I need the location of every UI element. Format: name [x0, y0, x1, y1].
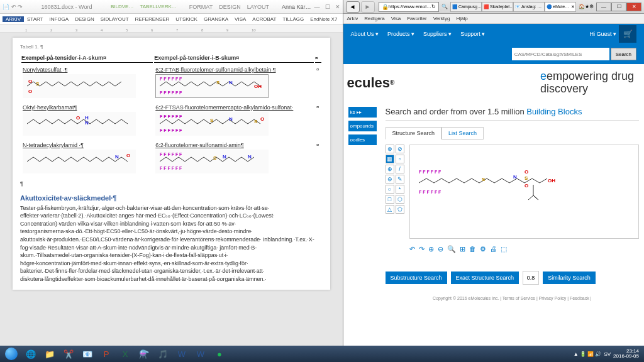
tab-arkiv[interactable]: ARKIV	[3, 16, 24, 22]
tool-13[interactable]: ⬠	[396, 205, 404, 214]
taskbar-ie[interactable]: 🌐	[21, 347, 40, 361]
label-a0[interactable]: Nonylvätesulfat ·¶	[23, 67, 67, 73]
mini-1[interactable]: ↷	[419, 245, 425, 253]
forward-button[interactable]: ►	[361, 1, 375, 13]
tool-4[interactable]: ⊕	[386, 165, 394, 173]
tool-8[interactable]: ○	[386, 185, 394, 194]
mini-0[interactable]: ↶	[409, 245, 415, 253]
menu-redigera[interactable]: Redigera	[364, 16, 384, 21]
tab-2[interactable]: 📧Anslag: …	[513, 2, 545, 12]
taskbar-word2[interactable]: W	[191, 347, 210, 361]
tab-start[interactable]: START	[24, 16, 46, 22]
taskbar-explorer[interactable]: 📁	[40, 347, 59, 361]
tab-utskick[interactable]: UTSKICK	[172, 16, 201, 22]
menu-verktyg[interactable]: Verktyg	[433, 16, 450, 21]
nav-suppliers[interactable]: Suppliers ▾	[423, 31, 452, 37]
body-paragraph[interactable]: Tester·på·fiskembryon,·kräftdjur,·alger·…	[20, 204, 323, 283]
qat[interactable]: 📄 ↶ ↷	[3, 4, 23, 10]
col-b-header[interactable]: Exempel-på-tensider-i-B-skum¤	[154, 55, 314, 63]
label-b2[interactable]: 6:2·fluorotelomer·sulfonamid·amin¶	[155, 142, 243, 148]
taskbar-snip[interactable]: ✂️	[59, 347, 78, 361]
menu-hjalp[interactable]: Hjälp	[456, 16, 467, 21]
ie-restore[interactable]: ☐	[611, 3, 626, 11]
taskbar-chem[interactable]: ⚗️	[135, 347, 153, 361]
tray-lang[interactable]: SV	[604, 351, 611, 357]
tool-11[interactable]: ⬡	[396, 195, 404, 204]
guest-menu[interactable]: Hi Guest ▾	[589, 31, 616, 37]
search-icon[interactable]: 🔍	[441, 4, 448, 9]
taskbar-ppt[interactable]: P	[97, 347, 116, 361]
structure-b1[interactable]: F F F F F FF F F F F FSNSO	[155, 112, 269, 136]
nav-products[interactable]: Products ▾	[387, 31, 414, 37]
side-1[interactable]: ompounds	[348, 121, 377, 131]
nav-about[interactable]: About Us ▾	[351, 31, 379, 37]
taskbar-word[interactable]: W	[172, 347, 191, 361]
label-b1[interactable]: 6:2-FTSAS·fluorotelomermercapto-alkylami…	[155, 104, 293, 111]
tool-10[interactable]: □	[386, 195, 394, 204]
tab-endnote[interactable]: EndNote X7	[307, 16, 340, 22]
menu-arkiv[interactable]: Arkiv	[347, 16, 358, 21]
close-button[interactable]: ✕	[335, 4, 340, 10]
structure-b0-selected[interactable]: F F F F F FF F F F F FSNOH	[155, 74, 269, 98]
tool-9[interactable]: *	[396, 185, 404, 194]
nav-support[interactable]: Support ▾	[460, 31, 485, 37]
col-a-header[interactable]: Exempel-på-tensider-i-A-skum¤	[21, 55, 153, 63]
pic-tools[interactable]: BILDVE…	[111, 4, 133, 9]
mini-9[interactable]: ⬚	[501, 245, 507, 253]
side-0[interactable]: ks ▸▸	[348, 107, 377, 118]
structure-b2[interactable]: F F F F F FF F F F F FSNN	[155, 150, 269, 173]
refresh-icon[interactable]: ↻	[431, 4, 436, 9]
tool-12[interactable]: △	[386, 205, 394, 214]
taskbar-spotify[interactable]: ●	[210, 347, 229, 361]
structure-canvas[interactable]: F F F F F F F F F F F F S N OH S O O	[409, 145, 639, 239]
taskbar-itunes[interactable]: 🎵	[153, 347, 172, 361]
tab-visa[interactable]: VISA	[231, 16, 249, 22]
ruler[interactable]: 12345678910	[0, 25, 343, 33]
mini-3[interactable]: ⊖	[438, 245, 443, 253]
building-blocks-link[interactable]: Building Blocks	[526, 107, 582, 116]
caption-text[interactable]: Tabell 1. ¶	[20, 44, 323, 50]
minimize-button[interactable]: —	[314, 4, 320, 10]
tool-7[interactable]: ✎	[396, 175, 404, 184]
tool-2[interactable]: ▦	[386, 155, 394, 163]
tool-3[interactable]: ▫	[396, 155, 404, 163]
cart-icon[interactable]: 🛒	[619, 25, 636, 43]
text-search-input[interactable]	[512, 48, 609, 60]
mini-8[interactable]: 🖨	[490, 245, 497, 253]
tray-icons[interactable]: ▲ 🔋 📶 🔊	[574, 351, 602, 357]
structure-a2[interactable]: NO	[23, 150, 136, 173]
mini-4[interactable]: 🔍	[447, 245, 456, 253]
back-button[interactable]: ◄	[346, 1, 360, 13]
tab-0[interactable]: 🟦Campusg…	[450, 2, 482, 12]
menu-visa[interactable]: Visa	[391, 16, 401, 21]
substructure-button[interactable]: Substructure Search	[386, 272, 447, 284]
tool-6[interactable]: ⊖	[386, 175, 394, 184]
tab-1[interactable]: 🟥Skadeplat…	[482, 2, 513, 12]
mini-7[interactable]: ⚙	[480, 245, 486, 253]
start-button[interactable]	[1, 346, 21, 361]
label-a1[interactable]: Oktyl·hexylkarbamat¶	[23, 104, 77, 111]
tab-structure[interactable]: Structure Search	[386, 127, 442, 140]
tab-design[interactable]: DESIGN	[72, 16, 97, 22]
taskbar-outlook[interactable]: 📧	[78, 347, 97, 361]
tab-list[interactable]: List Search	[441, 127, 484, 140]
tool-1[interactable]: ⊘	[396, 145, 404, 153]
tab-acrobat[interactable]: ACROBAT	[249, 16, 279, 22]
structure-a0[interactable]: OOS	[23, 74, 136, 98]
similarity-threshold[interactable]	[523, 271, 539, 285]
mini-6[interactable]: 🗑	[469, 245, 476, 253]
taskbar-excel[interactable]: X	[116, 347, 135, 361]
side-2[interactable]: oodies	[348, 134, 377, 145]
tool-5[interactable]: /	[396, 165, 404, 173]
tool-0[interactable]: ⊗	[386, 145, 394, 153]
label-a2[interactable]: N-tetradecylakrylamid ·¶	[23, 142, 84, 148]
address-bar[interactable]: 🔒 https://www.emol… ↻	[379, 2, 439, 12]
text-search-button[interactable]: Search	[611, 48, 636, 60]
structure-a1[interactable]: OHN	[23, 112, 136, 136]
ie-close[interactable]: ✕	[626, 3, 641, 11]
label-b0[interactable]: 6:2-FTAB·fluorotelomer·sulfonamid·alkylb…	[155, 67, 275, 73]
home-icon[interactable]: 🏠	[579, 4, 585, 9]
tray-clock[interactable]: 23:14 2016-09-05	[613, 349, 639, 359]
section-heading[interactable]: Akuttoxicitet·av·släckmedel·¶	[20, 194, 323, 202]
mini-5[interactable]: ⊞	[460, 245, 465, 253]
